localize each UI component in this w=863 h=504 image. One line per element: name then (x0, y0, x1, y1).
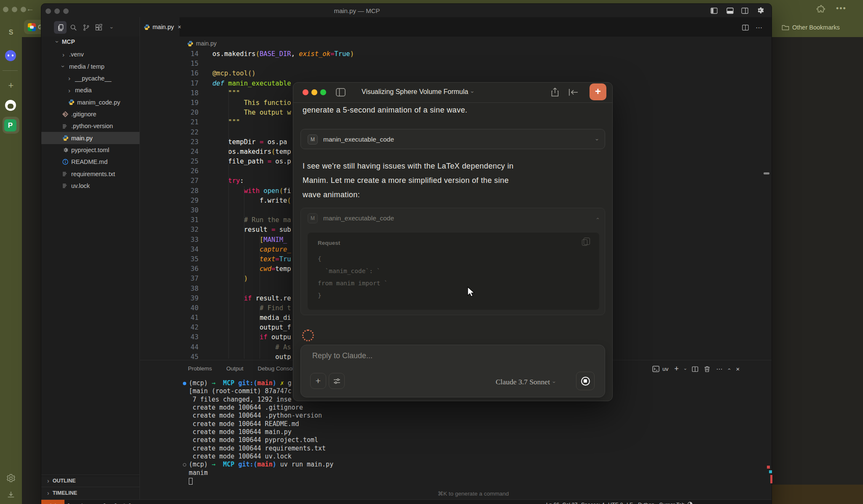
explorer-item-main-py[interactable]: main.py (41, 132, 139, 144)
extensions-puzzle-icon[interactable] (817, 5, 825, 13)
explorer-root-folder[interactable]: › MCP (56, 38, 75, 45)
status-circle-icon[interactable] (687, 501, 693, 504)
search-icon[interactable] (69, 23, 78, 32)
status-utf-8[interactable]: UTF-8 (608, 502, 623, 504)
workspace-letter[interactable]: S (0, 29, 22, 36)
explorer-item-uv-lock[interactable]: uv.lock (41, 180, 139, 192)
panel-tab-problems[interactable]: Problems (188, 365, 212, 372)
attach-plus-button[interactable]: + (310, 373, 326, 389)
breadcrumb[interactable]: main.py (187, 40, 217, 47)
copy-icon[interactable] (582, 239, 587, 246)
tool-name: manin_executable_code (323, 136, 394, 143)
collapse-chevron-icon[interactable]: › (594, 217, 600, 219)
activity-overflow-chevron-icon[interactable]: › (107, 23, 116, 32)
extensions-icon[interactable] (94, 23, 103, 32)
tool-call-card-expanded[interactable]: M manin_executable_code › Request { `man… (300, 208, 605, 315)
github-icon[interactable] (5, 100, 16, 111)
reply-input-container: + Claude 3.7 Sonnet › (300, 345, 605, 397)
stop-streaming-button[interactable] (576, 372, 595, 390)
status-lf[interactable]: LF (627, 502, 633, 504)
panel-tab-output[interactable]: Output (226, 365, 244, 372)
tool-name: manin_executable_code (323, 214, 394, 222)
maximize-panel-chevron-icon[interactable]: › (728, 366, 730, 372)
kill-terminal-trash-icon[interactable] (704, 366, 710, 372)
panel-tab-debug-console[interactable]: Debug Console (258, 365, 297, 372)
collapse-left-icon[interactable] (568, 88, 579, 96)
expand-chevron-icon[interactable]: › (594, 139, 600, 140)
terminal-toolbar: uv + › ⋯ › × (652, 365, 740, 373)
indent-guide (260, 235, 260, 359)
browser-settings-gear-icon[interactable] (0, 474, 22, 483)
panel-more-actions-icon[interactable]: ⋯ (716, 365, 722, 373)
status-python[interactable]: Python (638, 502, 654, 504)
editor-line-16: 16@mcp.tool() (139, 69, 772, 78)
file-label: README.md (71, 158, 107, 165)
claude-minimize-button[interactable] (311, 89, 317, 95)
file-label: pyproject.toml (71, 147, 109, 153)
toggle-primary-sidebar-icon[interactable] (709, 6, 718, 15)
new-chat-button[interactable]: + (590, 83, 606, 100)
editor-actions-more-icon[interactable]: ⋯ (754, 23, 764, 32)
browser-close-button[interactable] (3, 7, 8, 12)
discord-icon[interactable] (5, 50, 16, 61)
claude-close-button[interactable] (303, 89, 308, 95)
rail-add-tab-button[interactable]: + (0, 80, 22, 91)
browser-minimize-button[interactable] (12, 7, 17, 12)
source-control-icon[interactable] (81, 23, 91, 32)
vscode-minimize-button[interactable] (54, 8, 60, 14)
timeline-section-header[interactable]: ›TIMELINE (41, 487, 139, 499)
other-bookmarks-label[interactable]: Other Bookmarks (792, 24, 840, 31)
claude-zoom-button[interactable] (320, 89, 326, 95)
git-file-icon (62, 111, 71, 117)
explorer-item-media-temp[interactable]: ›media / temp (41, 60, 139, 72)
status-spaces[interactable]: Spaces: 4 (581, 502, 605, 504)
conversation-title-dropdown[interactable]: Visualizing Sphere Volume Formula › (362, 88, 474, 96)
minimap-slider[interactable] (764, 172, 769, 174)
downloads-icon[interactable] (0, 490, 22, 499)
explorer-item-requirements-txt[interactable]: requirements.txt (41, 168, 139, 180)
file-label: .python-version (71, 123, 113, 129)
status-cursor[interactable]: Cursor Tab (659, 502, 685, 504)
toggle-panel-icon[interactable] (725, 6, 734, 15)
browser-back-icon[interactable]: ← (26, 4, 34, 13)
tab-strip (139, 17, 772, 37)
vscode-zoom-button[interactable] (63, 8, 69, 14)
explorer-item-manim-code-py[interactable]: manim_code.py (41, 96, 139, 108)
explorer-item--pycache-[interactable]: ›__pycache__ (41, 72, 139, 84)
claude-sidebar-toggle-icon[interactable] (336, 88, 346, 97)
window-title: main.py — MCP (334, 7, 380, 14)
terminal-line-12: manim (183, 469, 333, 477)
rail-p-app-icon[interactable]: P (4, 119, 16, 131)
explorer-files-icon[interactable] (56, 23, 65, 32)
explorer-item--gitignore[interactable]: .gitignore (41, 108, 139, 120)
split-editor-icon[interactable] (741, 23, 750, 32)
reply-input[interactable] (311, 351, 522, 361)
vscode-close-button[interactable] (46, 8, 51, 14)
scrollbar-error-mark (767, 466, 770, 469)
terminal-shell-icon[interactable]: uv (652, 366, 668, 372)
google-favicon-icon (28, 23, 36, 31)
split-terminal-icon[interactable] (692, 366, 698, 372)
terminal-line-6: create mode 100644 README.md (183, 420, 333, 428)
explorer-item-pyproject-toml[interactable]: pyproject.toml (41, 144, 139, 156)
toggle-secondary-sidebar-icon[interactable] (740, 6, 749, 15)
tab-main-py[interactable]: main.py × (139, 17, 180, 37)
tools-sliders-button[interactable] (329, 373, 345, 389)
explorer-item--python-version[interactable]: .python-version (41, 120, 139, 132)
explorer-item--venv[interactable]: ›.venv (41, 48, 139, 60)
tool-call-card-collapsed[interactable]: M manin_executable_code › (300, 129, 605, 149)
explorer-item-readme-md[interactable]: README.md (41, 156, 139, 168)
terminal-dropdown-chevron-icon[interactable]: › (685, 367, 686, 372)
close-panel-icon[interactable]: × (736, 365, 740, 373)
explorer-item-media[interactable]: ›media (41, 84, 139, 96)
model-selector[interactable]: Claude 3.7 Sonnet › (496, 378, 555, 386)
browser-zoom-button[interactable] (21, 7, 26, 12)
tab-close-icon[interactable]: × (178, 24, 181, 30)
outline-section-header[interactable]: ›OUTLINE (41, 475, 139, 487)
manage-gear-icon[interactable] (755, 5, 764, 15)
status-ln[interactable]: Ln 66, Col 27 (546, 502, 577, 504)
new-terminal-icon[interactable]: + (674, 365, 679, 373)
browser-more-menu-icon[interactable]: ••• (836, 4, 847, 13)
list-file-icon (62, 123, 71, 129)
share-icon[interactable] (551, 88, 559, 97)
